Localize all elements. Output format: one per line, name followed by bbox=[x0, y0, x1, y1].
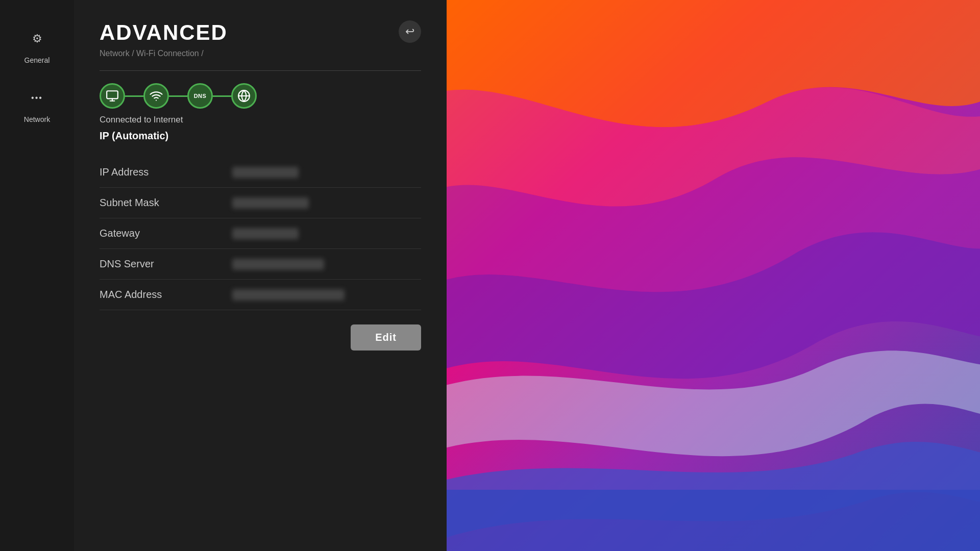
breadcrumb: Network / Wi-Fi Connection / bbox=[100, 49, 421, 58]
subnet-mask-label: Subnet Mask bbox=[100, 197, 232, 209]
connection-status-row: DNS bbox=[100, 83, 421, 109]
step-globe-icon bbox=[231, 83, 257, 109]
subnet-mask-value bbox=[232, 197, 309, 209]
svg-rect-7 bbox=[447, 490, 980, 551]
main-panel: ADVANCED ↩ Network / Wi-Fi Connection / bbox=[74, 0, 447, 551]
mac-address-value bbox=[232, 289, 345, 300]
ip-address-row: IP Address bbox=[100, 157, 421, 188]
ip-mode-label: IP (Automatic) bbox=[100, 130, 421, 142]
divider bbox=[100, 70, 421, 71]
ip-address-value bbox=[232, 167, 299, 178]
dns-server-value bbox=[232, 259, 324, 270]
subnet-mask-row: Subnet Mask bbox=[100, 188, 421, 218]
dns-server-label: DNS Server bbox=[100, 258, 232, 270]
step-connector-2 bbox=[169, 95, 187, 97]
gateway-label: Gateway bbox=[100, 228, 232, 239]
connection-label: Connected to Internet bbox=[100, 115, 421, 125]
svg-rect-0 bbox=[107, 91, 118, 98]
gateway-row: Gateway bbox=[100, 218, 421, 249]
gateway-value bbox=[232, 228, 299, 239]
step-connector-1 bbox=[125, 95, 143, 97]
step-wifi-icon bbox=[143, 83, 169, 109]
mac-address-label: MAC Address bbox=[100, 289, 232, 300]
sidebar-item-network-label: Network bbox=[24, 115, 50, 123]
back-icon: ↩ bbox=[405, 25, 414, 38]
ip-address-label: IP Address bbox=[100, 166, 232, 178]
sidebar: ⚙ General ••• Network bbox=[0, 0, 74, 551]
mac-address-row: MAC Address bbox=[100, 280, 421, 310]
wallpaper bbox=[447, 0, 980, 551]
sidebar-item-network[interactable]: ••• Network bbox=[9, 80, 65, 129]
dns-server-row: DNS Server bbox=[100, 249, 421, 280]
step-connector-3 bbox=[213, 95, 231, 97]
edit-button[interactable]: Edit bbox=[351, 324, 421, 350]
step-dns-icon: DNS bbox=[187, 83, 213, 109]
sidebar-item-general-label: General bbox=[24, 56, 50, 64]
page-header: ADVANCED ↩ bbox=[100, 20, 421, 45]
gear-icon: ⚙ bbox=[24, 26, 51, 52]
edit-btn-row: Edit bbox=[100, 324, 421, 350]
sidebar-item-general[interactable]: ⚙ General bbox=[9, 20, 65, 69]
page-title: ADVANCED bbox=[100, 20, 228, 45]
back-button[interactable]: ↩ bbox=[399, 20, 421, 43]
more-icon: ••• bbox=[24, 85, 51, 111]
step-device-icon bbox=[100, 83, 125, 109]
